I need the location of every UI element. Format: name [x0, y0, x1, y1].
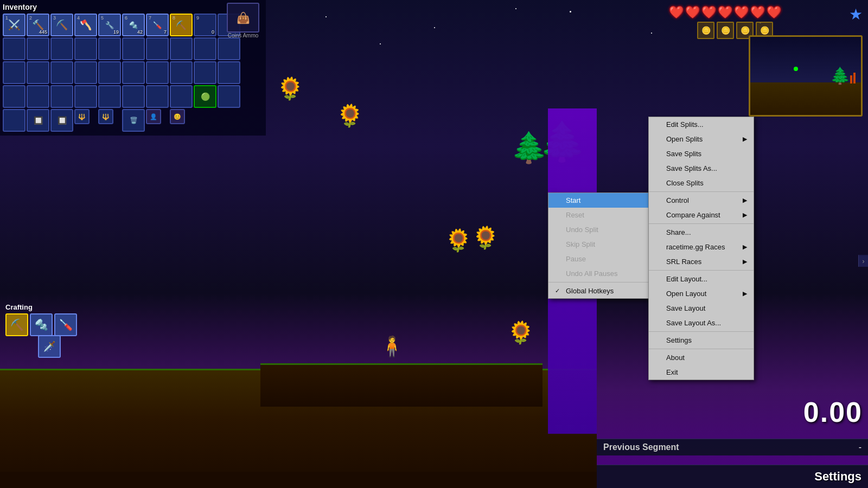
ctx-share[interactable]: Share...	[649, 225, 754, 240]
inv-grid-slot[interactable]	[170, 85, 193, 108]
ctx-open-layout-label: Open Layout	[666, 290, 706, 298]
small-slot[interactable]: 🔱	[74, 109, 90, 124]
inv-grid-slot[interactable]	[170, 37, 193, 60]
ctx-edit-layout[interactable]: Edit Layout...	[649, 272, 754, 286]
inv-grid-slot[interactable]	[74, 61, 97, 84]
small-slot[interactable]: 🔱	[98, 109, 113, 124]
inv-slot-1[interactable]: 1 ⚔️	[3, 14, 25, 36]
inv-grid-slot[interactable]	[27, 85, 49, 108]
crafting-slot-3[interactable]: 🪛	[54, 313, 77, 336]
inv-grid-slot[interactable]	[3, 85, 25, 108]
game-context-menu: Start Reset Undo Split Skip Split Pause …	[548, 192, 651, 299]
inv-grid-slot[interactable]	[194, 37, 216, 60]
ctx-separator-1	[548, 282, 650, 282]
ctx-settings-label: Settings	[666, 336, 692, 344]
star	[651, 33, 652, 34]
ctx-settings[interactable]: Settings	[649, 333, 754, 348]
inv-grid-slot[interactable]	[122, 61, 145, 84]
ctx-save-splits[interactable]: Save Splits	[649, 146, 754, 161]
inv-grid-slot[interactable]	[218, 37, 240, 60]
inv-slot-8[interactable]: 8 ⛏️	[170, 14, 193, 36]
inv-grid-slot[interactable]	[146, 61, 169, 84]
ctx-save-layout-as[interactable]: Save Layout As...	[649, 316, 754, 330]
char-slot[interactable]: 👤	[146, 109, 161, 124]
inv-slot-3[interactable]: 3 ⛏️	[50, 14, 73, 36]
inv-grid-slot[interactable]	[50, 61, 73, 84]
terrain-platform	[260, 363, 542, 407]
scroll-arrow-5[interactable]: ›	[858, 256, 868, 267]
inv-grid-slot[interactable]	[3, 109, 25, 132]
heart-6: ❤️	[750, 5, 765, 20]
inv-grid-slot[interactable]	[146, 37, 169, 60]
ctx-exit-label: Exit	[666, 368, 678, 376]
settings-label: Settings	[814, 470, 861, 484]
inv-grid-slot[interactable]	[74, 85, 97, 108]
tree: 🌲	[510, 130, 548, 165]
crafting-slot-1[interactable]: ⛏️	[5, 313, 28, 336]
ctx-undo-all-pauses-label: Undo All Pauses	[566, 269, 617, 278]
inv-grid-slot[interactable]	[50, 37, 73, 60]
inv-grid-slot[interactable]	[27, 61, 49, 84]
ctx-compare-against[interactable]: Compare Against ▶	[649, 208, 754, 222]
inv-grid-slot[interactable]	[98, 37, 121, 60]
inv-slot-5[interactable]: 5 🔧 19	[98, 14, 121, 36]
inv-grid-slot[interactable]	[74, 37, 97, 60]
inv-grid-slot[interactable]: 🔲	[27, 109, 49, 132]
coins-ammo-slot[interactable]: 👜	[227, 3, 259, 33]
sunflower: 🌻	[472, 225, 499, 251]
inv-slot-2[interactable]: 2 🔨 445	[27, 14, 49, 36]
inv-grid-slot[interactable]	[122, 85, 145, 108]
ctx-srl-races[interactable]: SRL Races ▶	[649, 254, 754, 269]
ctx-edit-splits[interactable]: Edit Splits...	[649, 117, 754, 132]
ctx-separator-6	[649, 349, 754, 349]
inv-grid-slot[interactable]	[122, 37, 145, 60]
star	[515, 8, 516, 9]
minimap-tree: 🌲	[830, 66, 850, 85]
ctx-about[interactable]: About	[649, 350, 754, 365]
ctx-start[interactable]: Start	[548, 193, 650, 208]
star	[380, 43, 381, 44]
inv-slot-7[interactable]: 7 🪛 7	[146, 14, 169, 36]
extra-crafting-slot[interactable]: 🗡️	[38, 335, 61, 358]
inv-grid-slot[interactable]: 🔲	[50, 109, 73, 132]
ctx-compare-against-arrow: ▶	[743, 211, 747, 219]
terrain-base	[0, 472, 597, 488]
star-icon: ★	[849, 5, 863, 23]
ctx-save-layout[interactable]: Save Layout	[649, 301, 754, 316]
inv-grid-slot[interactable]: 🗑️	[122, 109, 145, 132]
minimap-terrain	[750, 82, 861, 115]
ctx-close-splits[interactable]: Close Splits	[649, 176, 754, 190]
ctx-open-splits[interactable]: Open Splits ▶	[649, 132, 754, 146]
crafting-slots: ⛏️ 🔩 🪛	[5, 313, 77, 336]
inv-grid-slot[interactable]	[98, 85, 121, 108]
inv-slot-9[interactable]: 9 0	[194, 14, 216, 36]
ctx-about-label: About	[666, 354, 685, 362]
inv-grid-slot[interactable]	[218, 85, 240, 108]
inv-grid-slot[interactable]	[218, 61, 240, 84]
inv-grid-slot[interactable]	[27, 37, 49, 60]
ctx-start-label: Start	[566, 196, 580, 204]
inv-grid-slot[interactable]	[3, 37, 25, 60]
crafting-slot-2[interactable]: 🔩	[30, 313, 53, 336]
ctx-close-splits-label: Close Splits	[666, 179, 704, 187]
inv-grid-slot[interactable]	[3, 61, 25, 84]
equipment-slot[interactable]: 🪙	[697, 22, 714, 39]
ctx-control[interactable]: Control ▶	[649, 193, 754, 208]
ctx-racetime[interactable]: racetime.gg Races ▶	[649, 240, 754, 254]
ctx-undo-split: Undo Split	[548, 222, 650, 237]
char-slot[interactable]: 😊	[170, 109, 185, 124]
inv-grid-slot[interactable]	[98, 61, 121, 84]
ctx-global-hotkeys[interactable]: ✓ Global Hotkeys	[548, 284, 650, 298]
inv-grid-slot[interactable]	[146, 85, 169, 108]
ctx-exit[interactable]: Exit	[649, 365, 754, 380]
equipment-slot[interactable]: 🪙	[717, 22, 734, 39]
ctx-open-layout[interactable]: Open Layout ▶	[649, 286, 754, 301]
inv-grid-slot[interactable]	[170, 61, 193, 84]
inv-slot-6[interactable]: 6 🔩 42	[122, 14, 145, 36]
minimap-player	[794, 67, 798, 71]
inv-grid-slot[interactable]	[194, 61, 216, 84]
inv-slot-4[interactable]: 4 🪓	[74, 14, 97, 36]
inv-grid-slot[interactable]: 🟢	[194, 85, 216, 108]
ctx-save-splits-as[interactable]: Save Splits As...	[649, 161, 754, 176]
inv-grid-slot[interactable]	[50, 85, 73, 108]
